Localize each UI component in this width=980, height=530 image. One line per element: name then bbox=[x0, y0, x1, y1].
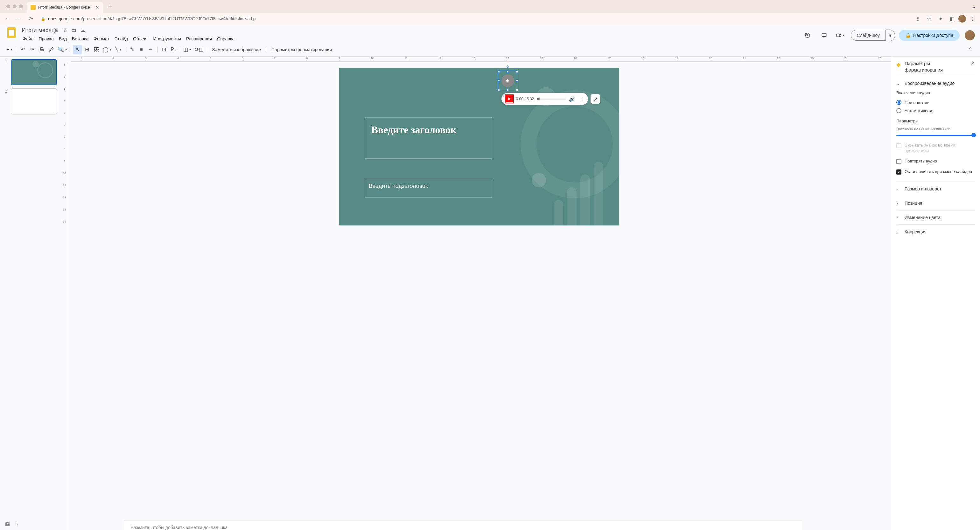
address-bar[interactable]: 🔒 docs.google.com/presentation/d/1-qp78z… bbox=[37, 14, 911, 24]
menu-slide[interactable]: Слайд bbox=[112, 35, 130, 43]
image-tool[interactable]: 🖼 bbox=[92, 45, 101, 54]
speaker-notes[interactable]: Нажмите, чтобы добавить заметки докладчи… bbox=[124, 520, 802, 530]
section-size-rotation[interactable]: › Размер и поворот bbox=[896, 186, 975, 191]
border-weight-button[interactable]: ≡ bbox=[137, 45, 146, 54]
popout-icon[interactable]: ↗ bbox=[590, 94, 600, 104]
border-color-button[interactable]: ✎ bbox=[127, 45, 136, 54]
audio-menu-icon[interactable]: ⋮ bbox=[579, 96, 584, 102]
rotate-handle[interactable] bbox=[506, 65, 509, 68]
menu-extensions[interactable]: Расширения bbox=[184, 35, 214, 43]
slides-logo[interactable] bbox=[5, 26, 18, 39]
audio-object-selected[interactable] bbox=[501, 75, 514, 87]
play-button[interactable] bbox=[506, 95, 513, 102]
present-camera-icon[interactable]: ▼ bbox=[834, 29, 847, 42]
resize-handle[interactable] bbox=[506, 89, 509, 91]
minimize-window[interactable] bbox=[13, 5, 16, 8]
shape-tool[interactable]: ◯▼ bbox=[102, 45, 113, 54]
title-placeholder[interactable]: Введите заголовок bbox=[364, 117, 492, 159]
account-avatar[interactable] bbox=[965, 30, 975, 40]
replace-image-text[interactable]: Заменить изображение bbox=[209, 47, 264, 52]
textbox-tool[interactable]: ⊞ bbox=[83, 45, 91, 54]
resize-handle[interactable] bbox=[498, 79, 500, 82]
profile-avatar[interactable] bbox=[958, 15, 966, 22]
forward-button[interactable]: → bbox=[14, 14, 24, 24]
slide-thumb-1[interactable]: 1 bbox=[5, 59, 59, 85]
resize-handle[interactable] bbox=[516, 79, 518, 82]
bookmark-icon[interactable]: ☆ bbox=[924, 14, 934, 24]
radio-automatically[interactable]: Автоматически bbox=[896, 106, 975, 115]
audio-scrubber[interactable] bbox=[537, 98, 566, 100]
print-button[interactable]: 🖶 bbox=[37, 45, 46, 54]
close-window[interactable] bbox=[6, 5, 10, 8]
new-slide-button[interactable]: +▼ bbox=[5, 45, 14, 54]
radio-on-click[interactable]: При нажатии bbox=[896, 98, 975, 106]
comments-icon[interactable] bbox=[818, 29, 830, 42]
resize-handle[interactable] bbox=[516, 89, 518, 91]
slide-canvas[interactable]: Введите заголовок Введите подзаголовок bbox=[339, 68, 619, 225]
volume-slider[interactable] bbox=[896, 135, 975, 136]
extensions-icon[interactable]: ✦ bbox=[935, 14, 946, 24]
slide-thumb-2[interactable]: 2 bbox=[5, 88, 59, 114]
move-icon[interactable]: 🗀 bbox=[71, 27, 76, 33]
menu-view[interactable]: Вид bbox=[57, 35, 69, 43]
lock-icon: 🔒 bbox=[41, 16, 46, 21]
history-icon[interactable] bbox=[801, 29, 814, 42]
grid-view-icon[interactable]: ▦ bbox=[5, 521, 10, 527]
back-button[interactable]: ← bbox=[3, 14, 13, 24]
slideshow-dropdown[interactable]: ▾ bbox=[886, 30, 895, 41]
undo-button[interactable]: ↶ bbox=[18, 45, 27, 54]
section-recolor[interactable]: › Изменение цвета bbox=[896, 215, 975, 220]
reload-button[interactable]: ⟳ bbox=[25, 14, 36, 24]
document-title[interactable]: Итоги месяца bbox=[21, 26, 59, 34]
subtitle-placeholder[interactable]: Введите подзаголовок bbox=[364, 179, 492, 198]
resize-handle[interactable] bbox=[498, 89, 500, 91]
volume-icon[interactable]: 🔊 bbox=[569, 96, 575, 102]
cloud-status-icon[interactable]: ☁ bbox=[80, 27, 85, 33]
lock-icon: 🔒 bbox=[905, 33, 911, 38]
share-icon[interactable]: ⇪ bbox=[913, 14, 923, 24]
close-panel-icon[interactable]: ✕ bbox=[971, 60, 975, 67]
replace-image-button[interactable]: ⟳◫ bbox=[194, 45, 205, 54]
maximize-window[interactable] bbox=[19, 5, 23, 8]
close-tab-icon[interactable]: ✕ bbox=[95, 5, 99, 10]
new-tab-button[interactable]: + bbox=[106, 2, 115, 11]
section-audio-playback[interactable]: ⌄ Воспроизведение аудио bbox=[896, 81, 975, 86]
menu-tools[interactable]: Инструменты bbox=[151, 35, 183, 43]
resize-handle[interactable] bbox=[506, 71, 509, 73]
reset-image-button[interactable]: P↓ bbox=[169, 45, 178, 54]
decoration-bars bbox=[554, 162, 603, 225]
section-adjustments[interactable]: › Коррекция bbox=[896, 229, 975, 234]
menu-format[interactable]: Формат bbox=[91, 35, 112, 43]
border-dash-button[interactable]: ┄ bbox=[146, 45, 155, 54]
resize-handle[interactable] bbox=[498, 71, 500, 73]
crop-button[interactable]: ⊡ bbox=[159, 45, 168, 54]
paint-format-button[interactable]: 🖌 bbox=[47, 45, 56, 54]
sidepanel-icon[interactable]: ◧ bbox=[947, 14, 957, 24]
resize-handle[interactable] bbox=[516, 71, 518, 73]
mask-button[interactable]: ◫▼ bbox=[182, 45, 193, 54]
share-button[interactable]: 🔒 Настройки Доступа bbox=[899, 30, 959, 41]
star-icon[interactable]: ☆ bbox=[63, 27, 67, 33]
browser-tab[interactable]: Итоги месяца - Google Презе ✕ bbox=[27, 2, 103, 13]
explore-icon[interactable]: ‹ bbox=[16, 521, 18, 527]
audio-time: 0:00 / 5:32 bbox=[516, 97, 534, 101]
menu-file[interactable]: Файл bbox=[21, 35, 36, 43]
line-tool[interactable]: ╲▼ bbox=[114, 45, 123, 54]
select-tool[interactable]: ↖ bbox=[73, 45, 82, 54]
collapse-toolbar-icon[interactable]: ⌃ bbox=[966, 46, 975, 52]
tab-bar: Итоги месяца - Google Презе ✕ + ⌄ bbox=[0, 0, 980, 13]
browser-menu-icon[interactable]: ⋮ bbox=[967, 14, 977, 24]
menu-help[interactable]: Справка bbox=[215, 35, 237, 43]
expand-tabs-icon[interactable]: ⌄ bbox=[970, 3, 977, 10]
section-position[interactable]: › Позиция bbox=[896, 201, 975, 206]
checkbox-stop-on-change[interactable]: ✓ Останавливать при смене слайдов bbox=[896, 167, 975, 177]
menu-edit[interactable]: Правка bbox=[36, 35, 56, 43]
format-options-text[interactable]: Параметры форматирования bbox=[268, 47, 336, 52]
menu-object[interactable]: Объект bbox=[131, 35, 151, 43]
redo-button[interactable]: ↷ bbox=[28, 45, 37, 54]
slideshow-main[interactable]: Слайд-шоу bbox=[851, 30, 886, 41]
checkbox-hide-icon: Скрывать значок во время презентации bbox=[896, 140, 975, 156]
menu-insert[interactable]: Вставка bbox=[70, 35, 91, 43]
zoom-button[interactable]: 🔍▼ bbox=[56, 45, 69, 54]
checkbox-loop-audio[interactable]: Повторять аудио bbox=[896, 156, 975, 167]
